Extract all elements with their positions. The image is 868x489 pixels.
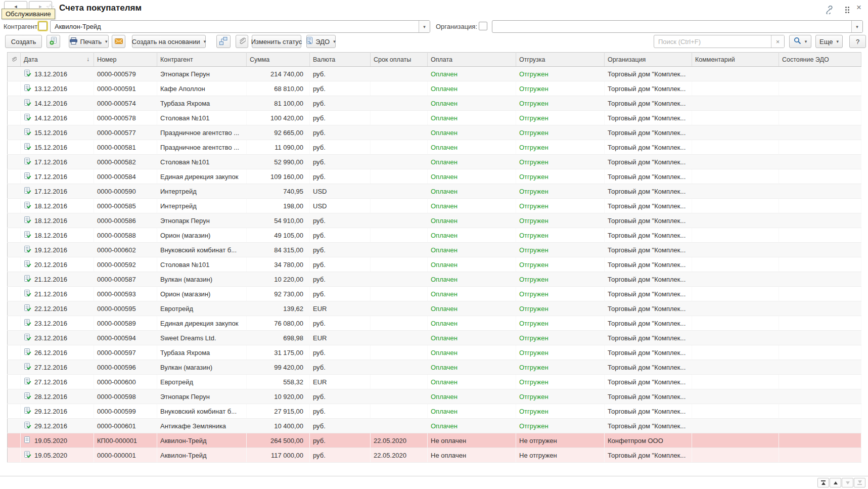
search-input[interactable]	[654, 35, 771, 48]
table-row[interactable]: 13.12.20160000-000591Кафе Аполлон68 810,…	[8, 81, 861, 96]
table-row[interactable]: 29.12.20160000-000601Антикафе Земляника1…	[8, 419, 861, 433]
cell-number: 0000-000593	[94, 287, 157, 301]
help-button-label: ?	[856, 38, 859, 46]
cell-number: 0000-000601	[94, 419, 157, 433]
more-actions-icon[interactable]	[845, 7, 847, 8]
organization-filter-combobox[interactable]: ▾	[492, 20, 863, 33]
cell-number: 0000-000595	[94, 301, 157, 316]
kontragent-dropdown-button[interactable]: ▾	[419, 21, 430, 32]
search-button[interactable]: ▾	[789, 35, 811, 48]
create-button[interactable]: Создать	[5, 35, 42, 48]
header-date[interactable]: Дата↓	[21, 53, 94, 67]
table-row[interactable]: 21.12.20160000-000587Вулкан (магазин)10 …	[8, 272, 861, 287]
table-row[interactable]: 22.12.20160000-000595Евротрейд139,62EURО…	[8, 301, 861, 316]
cell-number: 0000-000592	[94, 257, 157, 272]
search-field[interactable]: ×	[654, 35, 785, 48]
header-due-date[interactable]: Срок оплаты	[371, 53, 428, 67]
table-row[interactable]: 15.12.20160000-000581Праздничное агентст…	[8, 140, 861, 155]
cell-shipment: Отгружен	[516, 184, 605, 199]
table-row[interactable]: 29.12.20160000-000599Внуковский комбинат…	[8, 404, 861, 419]
change-status-button[interactable]: Изменить статус	[252, 35, 301, 48]
cell-due-date	[371, 243, 428, 257]
table-row[interactable]: 18.12.20160000-000585Интертрейд198,00USD…	[8, 199, 861, 213]
table-row[interactable]: 14.12.20160000-000574Турбаза Яхрома81 10…	[8, 96, 861, 111]
cell-edo-state	[779, 448, 861, 463]
document-posted-icon	[24, 377, 31, 386]
cell-sum: 68 810,00	[247, 81, 310, 96]
cell-currency: руб.	[310, 125, 371, 140]
header-organization[interactable]: Организация	[605, 53, 692, 67]
page-title: Счета покупателям	[59, 3, 142, 13]
create-copy-button[interactable]	[47, 35, 60, 48]
document-structure-button[interactable]	[216, 35, 231, 48]
cell-sum: 34 780,00	[247, 257, 310, 272]
table-row[interactable]: 27.12.20160000-000600Евротрейд558,32EURО…	[8, 375, 861, 389]
header-payment-label: Оплата	[431, 56, 452, 63]
table-row[interactable]: 23.12.20160000-000594Sweet Dreams Ltd.69…	[8, 331, 861, 345]
table-row[interactable]: 28.12.20160000-000598Этнопарк Перун10 92…	[8, 389, 861, 404]
cell-attachment	[8, 67, 21, 81]
table-row[interactable]: 19.12.20160000-000602Внуковский комбинат…	[8, 243, 861, 257]
header-currency[interactable]: Валюта	[310, 53, 371, 67]
attachments-button[interactable]	[236, 35, 248, 48]
table-row[interactable]: 17.12.20160000-000590Интертрейд740,95USD…	[8, 184, 861, 199]
table-row[interactable]: 13.12.20160000-000579Этнопарк Перун214 7…	[8, 67, 861, 81]
table-row[interactable]: 20.12.20160000-000592Столовая №10134 780…	[8, 257, 861, 272]
cell-payment: Оплачен	[428, 301, 516, 316]
go-first-row-button[interactable]	[817, 478, 829, 487]
get-link-icon[interactable]	[824, 6, 835, 16]
cell-comment	[692, 155, 779, 169]
table-row[interactable]: 21.12.20160000-000593Орион (магазин)92 7…	[8, 287, 861, 301]
table-row[interactable]: 17.12.20160000-000584Единая дирекция зак…	[8, 169, 861, 184]
previous-page-button[interactable]	[830, 478, 841, 487]
header-comment[interactable]: Комментарий	[692, 53, 779, 67]
cell-due-date	[371, 389, 428, 404]
header-sum[interactable]: Сумма	[247, 53, 310, 67]
cell-contractor: Аквилон-Трейд	[157, 448, 247, 463]
table-row[interactable]: 14.12.20160000-000578Столовая №101100 42…	[8, 111, 861, 125]
cell-currency: руб.	[310, 257, 371, 272]
table-row[interactable]: 17.12.20160000-000582Столовая №10152 990…	[8, 155, 861, 169]
create-based-on-button[interactable]: Создать на основании ▾	[132, 35, 206, 48]
header-contractor[interactable]: Контрагент	[157, 53, 247, 67]
header-payment[interactable]: Оплата	[428, 53, 516, 67]
cell-due-date	[371, 419, 428, 433]
edo-button[interactable]: ЭДО ▾	[306, 35, 336, 48]
cell-comment	[692, 96, 779, 111]
cell-date-text: 18.12.2016	[34, 217, 67, 225]
header-number[interactable]: Номер	[94, 53, 157, 67]
cell-edo-state	[779, 125, 861, 140]
cell-number: 0000-000598	[94, 389, 157, 404]
table-row[interactable]: 26.12.20160000-000597Турбаза Яхрома31 17…	[8, 345, 861, 360]
cell-attachment	[8, 213, 21, 228]
edo-button-label: ЭДО	[315, 38, 330, 46]
search-clear-button[interactable]: ×	[771, 35, 784, 48]
cell-payment: Оплачен	[428, 257, 516, 272]
send-email-button[interactable]	[112, 35, 125, 48]
cell-sum: 76 080,00	[247, 316, 310, 331]
header-shipment[interactable]: Отгрузка	[516, 53, 605, 67]
close-icon[interactable]: ×	[856, 3, 861, 13]
cell-contractor: Интертрейд	[157, 184, 247, 199]
kontragent-filter-checkbox[interactable]	[38, 22, 47, 30]
table-row[interactable]: 15.12.20160000-000577Праздничное агентст…	[8, 125, 861, 140]
table-row[interactable]: 19.05.2020КП00-000001Аквилон-Трейд264 50…	[8, 433, 861, 448]
header-edo-state[interactable]: Состояние ЭДО	[779, 53, 861, 67]
printer-icon	[70, 37, 77, 46]
table-row[interactable]: 18.12.20160000-000588Орион (магазин)49 1…	[8, 228, 861, 243]
header-attachment[interactable]	[8, 53, 21, 67]
print-button[interactable]: Печать ▾	[69, 35, 109, 48]
table-row[interactable]: 19.05.20200000-000001Аквилон-Трейд117 00…	[8, 448, 861, 463]
organization-filter-checkbox[interactable]	[479, 22, 487, 30]
kontragent-filter-combobox[interactable]: Аквилон-Трейд ▾	[50, 20, 430, 33]
cell-due-date	[371, 404, 428, 419]
table-header-row: Дата↓ Номер Контрагент Сумма Валюта Срок…	[8, 53, 861, 67]
document-posted-icon	[24, 333, 31, 342]
organization-dropdown-button[interactable]: ▾	[851, 21, 862, 32]
cell-due-date	[371, 301, 428, 316]
table-row[interactable]: 23.12.20160000-000589Единая дирекция зак…	[8, 316, 861, 331]
more-button[interactable]: Еще ▾	[815, 35, 843, 48]
help-button[interactable]: ?	[849, 35, 866, 48]
table-row[interactable]: 27.12.20160000-000596Вулкан (магазин)99 …	[8, 360, 861, 375]
table-row[interactable]: 18.12.20160000-000586Этнопарк Перун54 91…	[8, 213, 861, 228]
